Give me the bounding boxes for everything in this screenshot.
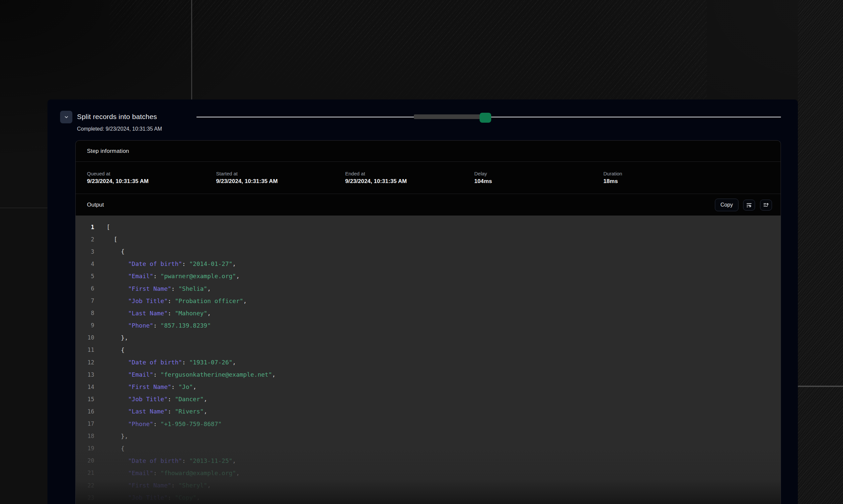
- code-text: },: [94, 433, 128, 440]
- code-line: 8 "Last Name": "Mahoney",: [76, 307, 780, 319]
- info-queued-at: Queued at 9/23/2024, 10:31:35 AM: [87, 171, 216, 185]
- code-line: 19 {: [76, 442, 780, 455]
- line-number: 5: [76, 273, 94, 280]
- code-text: [: [94, 223, 110, 231]
- copy-button-label: Copy: [721, 202, 733, 208]
- code-text: [: [94, 236, 118, 243]
- code-line: 12 "Date of birth": "1931-07-26",: [76, 356, 780, 368]
- code-text: "Job Title": "Dancer",: [94, 396, 207, 402]
- step-run-panel: Split records into batches Completed: 9/…: [48, 100, 798, 504]
- line-number: 12: [76, 359, 94, 366]
- code-text: "Job Title": "Probation officer",: [94, 298, 247, 304]
- code-text: "Date of birth": "2014-01-27",: [94, 260, 236, 267]
- code-line: 14 "First Name": "Jo",: [76, 381, 780, 393]
- line-number: 14: [76, 384, 94, 390]
- info-label: Ended at: [345, 171, 474, 176]
- code-line: 5 "Email": "pwarner@example.org",: [76, 270, 780, 282]
- output-actions: Copy: [715, 194, 772, 216]
- code-line: 10 },: [76, 331, 780, 344]
- code-line: 13 "Email": "fergusonkatherine@example.n…: [76, 368, 780, 381]
- code-text: {: [94, 445, 124, 452]
- info-value: 9/23/2024, 10:31:35 AM: [216, 178, 345, 185]
- wrap-text-button[interactable]: [743, 200, 755, 211]
- decor-horizontal-line-left: [0, 208, 48, 208]
- collapse-step-button[interactable]: [60, 111, 72, 123]
- code-line: 3 {: [76, 245, 780, 258]
- info-ended-at: Ended at 9/23/2024, 10:31:35 AM: [345, 171, 474, 185]
- line-number: 22: [76, 482, 94, 489]
- line-number: 1: [76, 224, 94, 231]
- line-number: 4: [76, 260, 94, 267]
- code-text: "First Name": "Sheryl",: [94, 482, 211, 489]
- code-line: 11 {: [76, 344, 780, 356]
- code-text: "Date of birth": "2013-11-25",: [94, 457, 236, 464]
- info-duration: Duration 18ms: [603, 171, 733, 185]
- info-label: Duration: [603, 171, 733, 176]
- code-line: 20 "Date of birth": "2013-11-25",: [76, 455, 780, 467]
- copy-button[interactable]: Copy: [715, 199, 738, 211]
- scroll-to-top-button[interactable]: [760, 200, 772, 211]
- code-line: 18 },: [76, 430, 780, 442]
- code-line: 1[: [76, 221, 780, 233]
- line-number: 23: [76, 494, 94, 501]
- output-section-header: Output Copy: [76, 194, 780, 216]
- output-code-viewer[interactable]: 1[2 [3 {4 "Date of birth": "2014-01-27",…: [76, 216, 780, 504]
- line-number: 10: [76, 334, 94, 341]
- decor-vertical-line: [191, 0, 192, 100]
- line-number: 7: [76, 298, 94, 304]
- line-number: 19: [76, 445, 94, 452]
- info-value: 104ms: [474, 178, 603, 185]
- info-value: 18ms: [603, 178, 733, 185]
- code-text: "Email": "pwarner@example.org",: [94, 273, 240, 280]
- line-number: 2: [76, 236, 94, 243]
- info-label: Delay: [474, 171, 603, 176]
- step-information-row: Queued at 9/23/2024, 10:31:35 AM Started…: [76, 162, 780, 194]
- line-number: 13: [76, 371, 94, 378]
- code-line: 16 "Last Name": "Rivers",: [76, 405, 780, 417]
- info-value: 9/23/2024, 10:31:35 AM: [87, 178, 216, 185]
- timeline-slider-handle[interactable]: [480, 113, 491, 123]
- code-text: "Phone": "857.139.8239": [94, 322, 211, 329]
- line-number: 6: [76, 285, 94, 292]
- line-number: 15: [76, 396, 94, 402]
- code-line: 15 "Job Title": "Dancer",: [76, 393, 780, 405]
- code-text: "Phone": "+1-950-759-8687": [94, 420, 222, 427]
- code-text: "First Name": "Jo",: [94, 383, 196, 390]
- code-text: {: [94, 346, 124, 354]
- wrap-text-icon: [746, 202, 752, 208]
- step-details-card: Step information Queued at 9/23/2024, 10…: [75, 140, 781, 504]
- code-line: 6 "First Name": "Shelia",: [76, 282, 780, 294]
- code-line: 23 "Job Title": "Copy",: [76, 491, 780, 504]
- info-value: 9/23/2024, 10:31:35 AM: [345, 178, 474, 185]
- code-line: 9 "Phone": "857.139.8239": [76, 319, 780, 331]
- code-text: "First Name": "Shelia",: [94, 285, 211, 292]
- step-title: Split records into batches: [77, 113, 157, 121]
- step-information-header: Step information: [76, 141, 780, 162]
- info-label: Started at: [216, 171, 345, 176]
- code-text: "Last Name": "Mahoney",: [94, 310, 211, 317]
- chevron-down-icon: [64, 115, 69, 119]
- code-text: {: [94, 248, 124, 255]
- line-number: 9: [76, 322, 94, 329]
- info-started-at: Started at 9/23/2024, 10:31:35 AM: [216, 171, 345, 185]
- code-line: 4 "Date of birth": "2014-01-27",: [76, 258, 780, 270]
- info-label: Queued at: [87, 171, 216, 176]
- code-text: "Last Name": "Rivers",: [94, 408, 207, 415]
- step-completed-timestamp: Completed: 9/23/2024, 10:31:35 AM: [77, 126, 162, 132]
- code-line: 22 "First Name": "Sheryl",: [76, 479, 780, 491]
- code-text: "Date of birth": "1931-07-26",: [94, 359, 236, 366]
- line-number: 17: [76, 420, 94, 427]
- decor-horizontal-line-right: [798, 385, 843, 387]
- line-number: 20: [76, 457, 94, 464]
- code-text: "Email": "fhoward@example.org",: [94, 469, 240, 476]
- line-number: 21: [76, 469, 94, 476]
- code-line: 2 [: [76, 233, 780, 245]
- code-text: "Email": "fergusonkatherine@example.net"…: [94, 371, 275, 378]
- line-number: 3: [76, 248, 94, 255]
- line-number: 18: [76, 433, 94, 439]
- line-number: 11: [76, 346, 94, 353]
- code-line: 17 "Phone": "+1-950-759-8687": [76, 418, 780, 430]
- line-number: 8: [76, 310, 94, 316]
- timeline-slider-segment: [414, 114, 480, 119]
- code-lines: 1[2 [3 {4 "Date of birth": "2014-01-27",…: [76, 221, 780, 504]
